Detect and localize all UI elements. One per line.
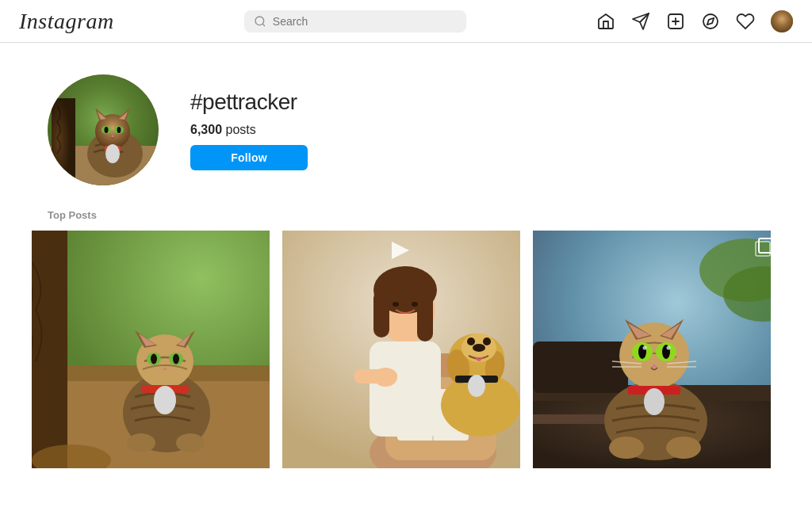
post-image-1: [32, 231, 270, 468]
svg-rect-50: [373, 290, 389, 338]
svg-rect-8: [52, 98, 75, 185]
post-image-2: [282, 231, 520, 468]
post-thumb-3[interactable]: [533, 231, 771, 468]
post-count: 6,300 posts: [190, 123, 308, 137]
svg-point-93: [644, 388, 665, 415]
svg-point-52: [393, 302, 399, 307]
activity-icon[interactable]: [736, 12, 755, 31]
svg-point-0: [255, 17, 264, 25]
svg-point-34: [151, 354, 157, 364]
svg-point-21: [105, 144, 120, 163]
svg-point-94: [609, 437, 644, 459]
search-icon: [254, 15, 266, 28]
svg-point-95: [666, 437, 701, 459]
new-post-icon[interactable]: [666, 12, 685, 31]
svg-rect-25: [32, 231, 67, 468]
search-input[interactable]: [273, 15, 457, 28]
svg-point-64: [483, 338, 491, 345]
post-count-value: 6,300: [190, 123, 222, 136]
svg-point-53: [412, 302, 418, 307]
home-icon[interactable]: [596, 12, 615, 31]
svg-point-39: [127, 433, 155, 452]
nav-icons: [596, 10, 793, 32]
svg-point-85: [643, 346, 647, 350]
hashtag-title: #pettracker: [190, 90, 308, 115]
send-icon[interactable]: [631, 12, 650, 31]
explore-icon[interactable]: [701, 12, 720, 31]
post-thumb-1[interactable]: [32, 231, 270, 468]
svg-point-66: [468, 375, 485, 397]
svg-point-86: [667, 346, 671, 350]
profile-info: #pettracker 6,300 posts Follow: [190, 90, 308, 170]
svg-point-40: [176, 433, 205, 452]
svg-point-35: [173, 354, 179, 364]
post-count-label: posts: [226, 123, 256, 136]
posts-grid: [16, 231, 796, 468]
svg-point-38: [154, 386, 176, 414]
follow-button[interactable]: Follow: [190, 145, 308, 170]
svg-point-76: [619, 322, 689, 389]
post-thumb-2[interactable]: [282, 231, 520, 468]
svg-point-18: [117, 127, 121, 133]
search-bar[interactable]: [244, 10, 466, 32]
post-image-3: [533, 231, 771, 468]
svg-rect-51: [417, 290, 433, 341]
svg-point-62: [473, 344, 485, 352]
top-posts-section: Top Posts: [0, 209, 812, 468]
svg-rect-54: [370, 341, 441, 437]
svg-point-4: [771, 10, 793, 32]
svg-rect-56: [354, 369, 397, 383]
hashtag-avatar: [48, 74, 159, 185]
profile-avatar-nav[interactable]: [771, 10, 793, 32]
top-posts-label: Top Posts: [16, 209, 796, 221]
svg-point-63: [467, 338, 475, 345]
svg-point-2: [703, 14, 718, 29]
svg-point-17: [105, 127, 109, 133]
instagram-logo: Instagram: [19, 9, 114, 34]
header: Instagram: [0, 0, 812, 43]
hashtag-profile-section: #pettracker 6,300 posts Follow: [0, 43, 812, 209]
avatar-image: [48, 74, 159, 185]
